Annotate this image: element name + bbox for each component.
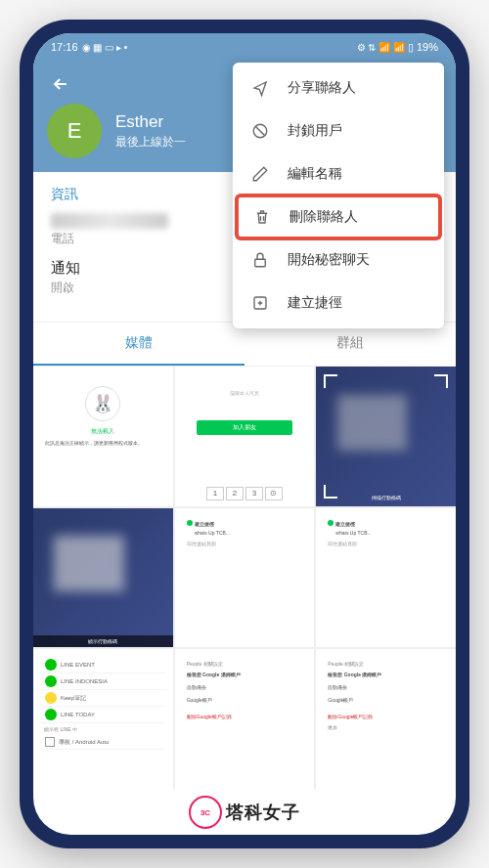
menu-item-share-contact[interactable]: 分享聯絡人 <box>233 66 444 109</box>
media-thumbnail[interactable]: 顯示行動條碼 <box>33 508 173 648</box>
media-thumbnail[interactable]: 🐰 無法載入 此訊息無法正確顯示，請更新應用程式版本。 <box>33 367 173 506</box>
media-thumbnail[interactable]: People 相關設定 檢視您 Google 湯姆帳戶 自動備份 Google帳… <box>316 649 456 789</box>
menu-label: 刪除聯絡人 <box>289 208 358 226</box>
menu-label: 開始秘密聊天 <box>288 251 370 269</box>
options-dropdown-menu: 分享聯絡人 封鎖用戶 編輯名稱 刪除聯絡人 <box>233 63 444 328</box>
blurred-content <box>54 536 123 591</box>
media-thumbnail[interactable]: 掃描行動條碼 <box>316 367 456 506</box>
battery-percent: 19% <box>417 41 438 53</box>
phone-screen: 17:16 ◉ ▦ ▭ ▸ • ⚙ ⇅ 📶 📶 ▯ 19% E Esther 最… <box>33 33 456 835</box>
pager: 1 2 3 ⊙ <box>206 487 283 500</box>
content-tabs: 媒體 群組 <box>33 323 456 367</box>
profile-name: Esther <box>115 112 186 132</box>
watermark-badge: 3C <box>189 796 222 829</box>
blurred-content <box>337 395 407 451</box>
avatar-letter: E <box>67 118 82 144</box>
watermark: 3C 塔科女子 <box>189 796 300 829</box>
status-network-icons: ⚙ ⇅ 📶 📶 <box>357 42 405 53</box>
phone-number-blurred <box>51 213 168 229</box>
page-1[interactable]: 1 <box>206 487 224 500</box>
block-icon <box>250 121 270 141</box>
media-thumbnail[interactable]: 僅限本人可見 加入朋友 1 2 3 ⊙ <box>175 367 315 506</box>
menu-label: 封鎖用戶 <box>288 122 342 140</box>
trash-icon <box>252 207 272 227</box>
media-thumbnail[interactable]: 建立捷徑 whats Up TCB... 前往連結頁面 <box>175 508 315 648</box>
back-button[interactable] <box>47 70 74 98</box>
menu-label: 編輯名稱 <box>288 165 342 183</box>
menu-label: 建立捷徑 <box>288 294 342 312</box>
page-3[interactable]: 3 <box>245 487 263 500</box>
status-time: 17:16 <box>51 41 78 53</box>
svg-rect-1 <box>255 259 266 267</box>
media-thumbnail[interactable]: 建立捷徑 whats Up TCB... 前往連結頁面 <box>316 508 456 648</box>
menu-item-secret-chat[interactable]: 開始秘密聊天 <box>233 239 444 282</box>
pencil-icon <box>250 164 270 184</box>
status-bar: 17:16 ◉ ▦ ▭ ▸ • ⚙ ⇅ 📶 📶 ▯ 19% <box>33 33 456 61</box>
phone-device-frame: 17:16 ◉ ▦ ▭ ▸ • ⚙ ⇅ 📶 📶 ▯ 19% E Esther 最… <box>20 20 469 848</box>
battery-icon: ▯ <box>408 41 414 54</box>
add-shortcut-icon <box>250 293 270 313</box>
media-thumbnail[interactable]: LINE EVENT LINE INDONESIA Keep筆記 LINE TO… <box>33 649 173 789</box>
media-grid: 🐰 無法載入 此訊息無法正確顯示，請更新應用程式版本。 僅限本人可見 加入朋友 … <box>33 367 456 789</box>
menu-item-create-shortcut[interactable]: 建立捷徑 <box>233 282 444 325</box>
menu-item-edit-name[interactable]: 編輯名稱 <box>233 152 444 195</box>
page-2[interactable]: 2 <box>226 487 244 500</box>
avatar[interactable]: E <box>47 104 102 158</box>
watermark-text: 塔科女子 <box>226 801 300 824</box>
last-seen: 最後上線於一 <box>115 134 186 151</box>
menu-label: 分享聯絡人 <box>288 79 356 97</box>
lock-icon <box>250 250 270 270</box>
tab-media[interactable]: 媒體 <box>33 323 244 366</box>
status-app-icons: ◉ ▦ ▭ ▸ • <box>82 42 128 53</box>
menu-item-delete-contact[interactable]: 刪除聯絡人 <box>235 194 442 240</box>
share-icon <box>250 78 270 98</box>
tab-groups[interactable]: 群組 <box>244 323 456 366</box>
page-more[interactable]: ⊙ <box>265 487 283 500</box>
menu-item-block-user[interactable]: 封鎖用戶 <box>233 109 444 152</box>
sticker-icon: 🐰 <box>85 386 120 421</box>
media-thumbnail[interactable]: People 相關設定 檢視您 Google 湯姆帳戶 自動備份 Google帳… <box>175 649 315 789</box>
